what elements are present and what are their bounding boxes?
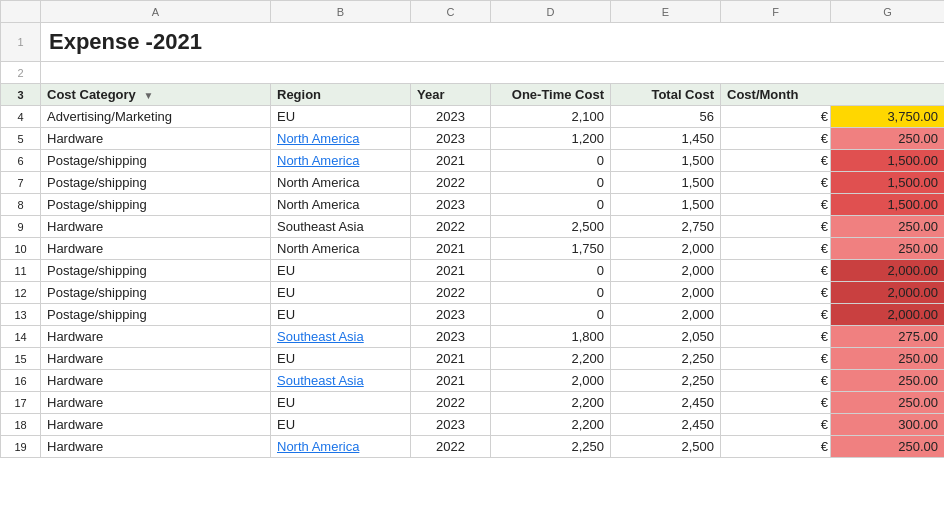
cell-one-time-cost: 0 (491, 304, 611, 326)
cell-category: Postage/shipping (41, 172, 271, 194)
cell-total-cost: 2,050 (611, 326, 721, 348)
row-num-17: 17 (1, 392, 41, 414)
cell-year: 2023 (411, 326, 491, 348)
cell-euro-symbol: € (721, 436, 831, 458)
cell-category: Hardware (41, 414, 271, 436)
cell-euro-symbol: € (721, 304, 831, 326)
region-text: EU (277, 307, 295, 322)
cell-category: Postage/shipping (41, 150, 271, 172)
cell-total-cost: 2,500 (611, 436, 721, 458)
cell-one-time-cost: 2,200 (491, 392, 611, 414)
cell-total-cost: 2,000 (611, 260, 721, 282)
cell-total-cost: 1,500 (611, 150, 721, 172)
corner-cell (1, 1, 41, 23)
cell-one-time-cost: 0 (491, 172, 611, 194)
filter-icon[interactable]: ▼ (143, 90, 153, 101)
cell-cost-month: 250.00 (831, 128, 945, 150)
header-row: 3 Cost Category ▼ Region Year One-Time C… (1, 84, 945, 106)
cell-cost-month: 1,500.00 (831, 150, 945, 172)
cell-cost-month: 1,500.00 (831, 172, 945, 194)
cell-total-cost: 2,450 (611, 414, 721, 436)
cell-cost-month: 300.00 (831, 414, 945, 436)
cell-region[interactable]: Southeast Asia (271, 370, 411, 392)
cell-euro-symbol: € (721, 172, 831, 194)
region-text: EU (277, 285, 295, 300)
col-header-d: D (491, 1, 611, 23)
row-num-18: 18 (1, 414, 41, 436)
row-num-11: 11 (1, 260, 41, 282)
row-num-14: 14 (1, 326, 41, 348)
region-text: EU (277, 263, 295, 278)
cell-euro-symbol: € (721, 106, 831, 128)
col-header-b: B (271, 1, 411, 23)
cell-year: 2023 (411, 106, 491, 128)
cell-total-cost: 2,000 (611, 238, 721, 260)
cell-region[interactable]: Southeast Asia (271, 326, 411, 348)
cell-category: Postage/shipping (41, 282, 271, 304)
cell-cost-month: 2,000.00 (831, 260, 945, 282)
cell-one-time-cost: 0 (491, 260, 611, 282)
cell-euro-symbol: € (721, 260, 831, 282)
region-link[interactable]: North America (277, 439, 359, 454)
cell-category: Hardware (41, 436, 271, 458)
col-header-e: E (611, 1, 721, 23)
cell-year: 2021 (411, 370, 491, 392)
cell-year: 2021 (411, 150, 491, 172)
cell-region[interactable]: North America (271, 128, 411, 150)
row-num-12: 12 (1, 282, 41, 304)
table-row: 10 Hardware North America 2021 1,750 2,0… (1, 238, 945, 260)
table-row: 6 Postage/shipping North America 2021 0 … (1, 150, 945, 172)
header-total-cost: Total Cost (611, 84, 721, 106)
empty-row-2: 2 (1, 62, 945, 84)
table-row: 9 Hardware Southeast Asia 2022 2,500 2,7… (1, 216, 945, 238)
table-row: 5 Hardware North America 2023 1,200 1,45… (1, 128, 945, 150)
row-num-19: 19 (1, 436, 41, 458)
cell-year: 2022 (411, 282, 491, 304)
cell-year: 2023 (411, 128, 491, 150)
table-row: 12 Postage/shipping EU 2022 0 2,000 € 2,… (1, 282, 945, 304)
cell-total-cost: 2,750 (611, 216, 721, 238)
cell-category: Postage/shipping (41, 194, 271, 216)
region-text: EU (277, 417, 295, 432)
region-text: North America (277, 175, 359, 190)
cell-total-cost: 1,500 (611, 194, 721, 216)
header-one-time-cost: One-Time Cost (491, 84, 611, 106)
cell-region[interactable]: North America (271, 150, 411, 172)
cell-year: 2021 (411, 348, 491, 370)
cell-one-time-cost: 2,000 (491, 370, 611, 392)
cell-category: Hardware (41, 326, 271, 348)
cell-euro-symbol: € (721, 216, 831, 238)
cell-one-time-cost: 2,500 (491, 216, 611, 238)
region-text: North America (277, 241, 359, 256)
cell-euro-symbol: € (721, 392, 831, 414)
region-link[interactable]: Southeast Asia (277, 329, 364, 344)
cell-cost-month: 250.00 (831, 392, 945, 414)
cell-total-cost: 2,000 (611, 282, 721, 304)
cell-region: EU (271, 260, 411, 282)
cell-one-time-cost: 1,800 (491, 326, 611, 348)
cell-one-time-cost: 2,250 (491, 436, 611, 458)
region-link[interactable]: North America (277, 153, 359, 168)
table-row: 17 Hardware EU 2022 2,200 2,450 € 250.00 (1, 392, 945, 414)
region-link[interactable]: Southeast Asia (277, 373, 364, 388)
cell-category: Hardware (41, 238, 271, 260)
cell-total-cost: 2,250 (611, 348, 721, 370)
row-num-16: 16 (1, 370, 41, 392)
cell-region[interactable]: North America (271, 436, 411, 458)
cell-one-time-cost: 2,100 (491, 106, 611, 128)
region-link[interactable]: North America (277, 131, 359, 146)
header-year: Year (411, 84, 491, 106)
cell-region: EU (271, 414, 411, 436)
cell-year: 2021 (411, 238, 491, 260)
table-row: 18 Hardware EU 2023 2,200 2,450 € 300.00 (1, 414, 945, 436)
row-num-7: 7 (1, 172, 41, 194)
cell-region: Southeast Asia (271, 216, 411, 238)
cell-year: 2022 (411, 172, 491, 194)
header-cost-category[interactable]: Cost Category ▼ (41, 84, 271, 106)
table-row: 11 Postage/shipping EU 2021 0 2,000 € 2,… (1, 260, 945, 282)
cell-year: 2022 (411, 216, 491, 238)
cell-euro-symbol: € (721, 150, 831, 172)
cell-category: Postage/shipping (41, 304, 271, 326)
cell-cost-month: 2,000.00 (831, 304, 945, 326)
cell-year: 2023 (411, 304, 491, 326)
